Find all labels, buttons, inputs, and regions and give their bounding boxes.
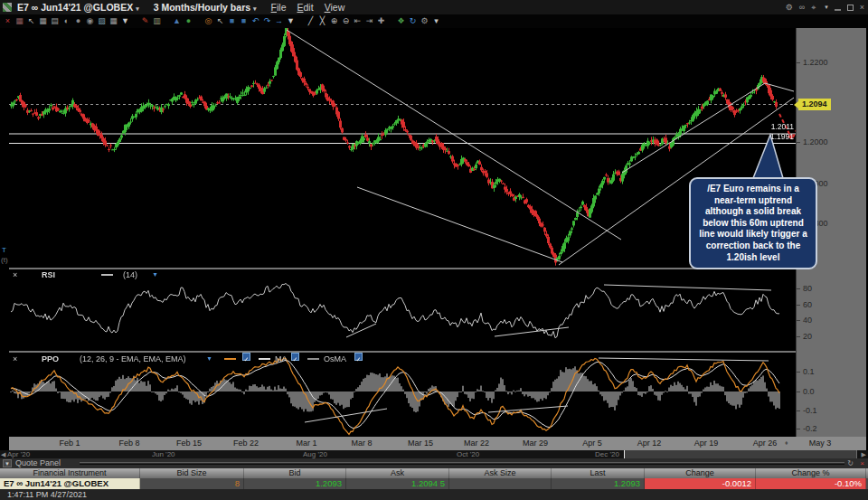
more-tools-caret-icon[interactable]: ▾ <box>430 14 442 28</box>
quote-cell-bid-size[interactable]: 8 <box>140 478 244 489</box>
undo-icon[interactable]: ↶ <box>250 14 261 28</box>
rsi-anchor-icon[interactable]: ▼ <box>152 269 158 281</box>
column-header-bid[interactable]: Bid <box>244 468 346 478</box>
minimize-icon[interactable] <box>835 5 841 11</box>
grid-view-icon[interactable]: ▦ <box>37 14 49 28</box>
note-anchor-icon[interactable]: (t) <box>1 256 8 264</box>
delete-drawing-icon[interactable]: × <box>2 14 14 28</box>
chevron-down-icon[interactable]: ▾ <box>253 5 257 12</box>
rsi-title: RSI <box>42 269 55 281</box>
axis-label: 20 <box>803 332 812 341</box>
close-icon[interactable]: × <box>13 353 17 365</box>
shift-left-icon[interactable]: ⇤ <box>352 14 363 28</box>
ppo-params[interactable]: (12, 26, 9 - EMA, EMA, EMA) <box>80 353 186 365</box>
menu-bar: FileEditView <box>271 2 345 13</box>
text-tool-anchor-icon[interactable]: T <box>2 246 6 254</box>
rsi-params[interactable]: (14) <box>123 269 137 281</box>
pin-caret-icon[interactable]: ▾ <box>825 4 828 11</box>
draw-pencil-icon[interactable]: ✎ <box>139 14 151 28</box>
snap-grid-icon[interactable]: ▦ <box>14 14 25 28</box>
dropdown-caret-icon[interactable]: ▼ <box>119 14 131 28</box>
column-header-ask[interactable]: Ask <box>346 468 449 478</box>
column-header-last[interactable]: Last <box>552 468 645 478</box>
zoom-out-icon[interactable]: ⊖ <box>340 14 352 28</box>
price-chart-canvas[interactable] <box>9 28 796 437</box>
shift-right-icon[interactable]: ⇥ <box>363 14 375 28</box>
date-label: Apr 12 <box>637 439 662 448</box>
scrollbar-thumb[interactable] <box>624 450 857 458</box>
axis-label: -0.2 <box>803 424 817 433</box>
pin-icon[interactable]: ⌖ <box>811 3 816 13</box>
menu-edit[interactable]: Edit <box>297 2 314 13</box>
scroll-right-icon[interactable]: ▶ <box>862 450 866 458</box>
column-header-financial-instrument[interactable]: Financial Instrument <box>0 468 140 478</box>
dropdown-caret2-icon[interactable]: ▼ <box>285 14 297 28</box>
quote-cell-change-pct[interactable]: -0.10% <box>756 478 866 489</box>
print-icon[interactable]: ▤ <box>49 14 61 28</box>
menu-view[interactable]: View <box>325 2 345 13</box>
scroll-left-icon[interactable]: ◀ <box>1 450 5 458</box>
time-scrollbar[interactable]: ◀ ▶ Apr '20Jun '20Aug '20Oct '20Dec '20M… <box>0 450 868 458</box>
axis-label: 60 <box>803 300 812 309</box>
crosshair-pointer-icon[interactable]: ↖ <box>214 14 226 28</box>
axis-label: 40 <box>803 316 812 325</box>
date-axis[interactable]: Feb 1Feb 8Feb 15Feb 22Mar 1Mar 8Mar 15Ma… <box>9 437 866 450</box>
shape-ellipse-icon[interactable]: ● <box>183 14 194 28</box>
layout-grid-icon[interactable]: ▦ <box>108 14 119 28</box>
pointer-icon[interactable]: ↖ <box>25 14 37 28</box>
camera-icon[interactable]: ◉ <box>84 14 96 28</box>
gear-icon[interactable]: ⚙ <box>786 3 793 12</box>
collapse-icon[interactable]: ▼ <box>3 459 12 467</box>
close-icon[interactable]: × <box>860 3 864 12</box>
annotation-callout[interactable]: /E7 Euro remains in a near-term uptrend … <box>689 177 817 269</box>
column-header-change-[interactable]: Change % <box>756 468 866 478</box>
zoom-in-icon[interactable]: ⊕ <box>328 14 340 28</box>
ppo-anchor-icon[interactable]: ▼ <box>206 353 212 365</box>
chevron-down-icon[interactable]: ▾ <box>136 5 139 12</box>
rsi-line-sample <box>101 274 113 276</box>
quote-cell-ask[interactable]: 1.2094 5 <box>346 478 449 489</box>
quote-table-row[interactable]: E7 ∞ Jun14'21 @GLOBEX81.20931.2094 51.20… <box>0 478 868 489</box>
menu-file[interactable]: File <box>271 2 287 13</box>
themes-icon[interactable]: ❖ <box>395 14 407 28</box>
status-bar: 1:47:11 PM 4/27/2021 <box>0 489 868 500</box>
hline-price-label[interactable]: 1.1991 <box>750 132 794 141</box>
quote-cell-instrument[interactable]: E7 ∞ Jun14'21 @GLOBEX <box>0 478 140 489</box>
refresh-icon[interactable]: ↻ <box>847 458 854 468</box>
close-icon[interactable]: × <box>860 458 864 468</box>
multiline-tool-icon[interactable]: ╳ <box>316 14 328 28</box>
measure-icon[interactable]: ▥ <box>151 14 163 28</box>
hline-price-label[interactable]: 1.2011 <box>750 122 794 131</box>
column-header-ask-size[interactable]: Ask Size <box>449 468 552 478</box>
redo-icon[interactable]: ↷ <box>261 14 273 28</box>
date-label: Feb 22 <box>233 439 259 448</box>
refresh-icon[interactable]: ↻ <box>407 14 419 28</box>
shape-triangle-icon[interactable]: ▲ <box>171 14 183 28</box>
trendline-tool-icon[interactable]: ╱ <box>305 14 316 28</box>
quote-cell-last[interactable]: 1.2093 <box>552 478 645 489</box>
target-icon[interactable]: ◎ <box>203 14 214 28</box>
link-icon[interactable]: ∞ <box>799 3 805 12</box>
quote-cell-bid[interactable]: 1.2093 <box>244 478 346 489</box>
ppo-checkbox[interactable]: ✓ <box>242 353 250 361</box>
column-header-bid-size[interactable]: Bid Size <box>140 468 244 478</box>
text-note-icon[interactable]: ■ <box>226 14 238 28</box>
quote-cell-ask-size[interactable] <box>449 478 552 489</box>
column-header-change[interactable]: Change <box>645 468 756 478</box>
timeframe-selector[interactable]: 3 Months/Hourly bars▾ <box>154 2 257 13</box>
settings-wrench-icon[interactable]: ⚙ <box>419 14 430 28</box>
close-icon[interactable]: × <box>13 269 17 281</box>
contrast-icon[interactable]: ◐ <box>61 14 72 28</box>
snapshot-icon[interactable]: ● <box>72 14 84 28</box>
maximize-icon[interactable] <box>847 5 854 11</box>
ma-checkbox[interactable]: ✓ <box>291 353 299 361</box>
chart-style-icon[interactable]: ▨ <box>96 14 108 28</box>
forward-icon[interactable]: → <box>273 14 285 28</box>
quote-panel: ▼ Quote Panel ↻ × Financial InstrumentBi… <box>0 458 868 489</box>
callout-box-icon[interactable]: ■ <box>238 14 250 28</box>
symbol-selector[interactable]: E7 ∞ Jun14'21 @GLOBEX▾ <box>17 2 139 13</box>
osma-checkbox[interactable]: ✓ <box>354 353 363 361</box>
center-icon[interactable]: ✚ <box>375 14 387 28</box>
window-controls: ⚙ ∞ ⌖ ▾ × <box>786 0 864 14</box>
quote-cell-change[interactable]: -0.0012 <box>645 478 756 489</box>
